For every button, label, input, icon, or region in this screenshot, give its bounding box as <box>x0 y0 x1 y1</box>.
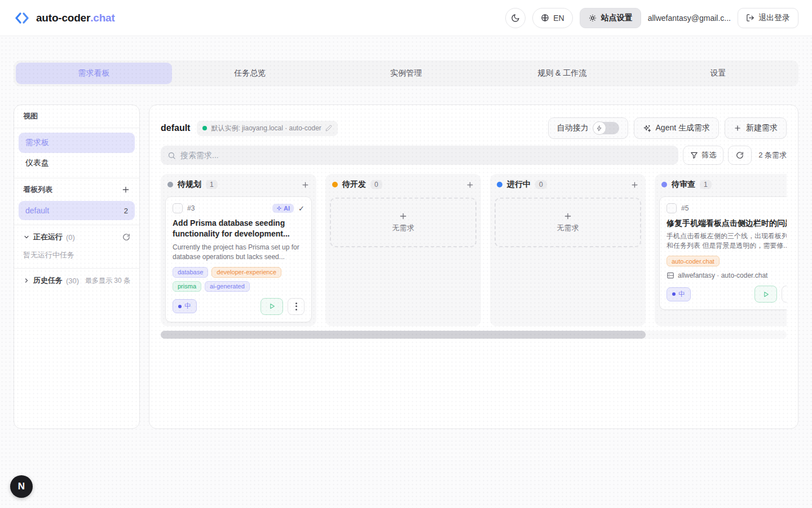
add-card-button[interactable] <box>630 181 639 189</box>
empty-column-label: 无需求 <box>557 223 579 233</box>
agent-generate-label: Agent 生成需求 <box>656 123 710 133</box>
instance-status-dot <box>202 126 207 130</box>
site-settings-button[interactable]: 站点设置 <box>580 8 641 28</box>
column-status-dot <box>167 182 173 187</box>
running-tasks-label: 正在运行 <box>33 232 63 242</box>
column-status-dot <box>497 182 502 187</box>
empty-column-placeholder[interactable]: 无需求 <box>330 198 476 247</box>
agent-generate-button[interactable]: Agent 生成需求 <box>634 117 719 139</box>
sidebar-boards-title: 看板列表 <box>23 185 52 195</box>
card-tag: ai-generated <box>205 281 250 292</box>
priority-dot <box>178 305 182 308</box>
instance-badge[interactable]: 默认实例: jiaoyang.local · auto-coder <box>197 121 337 136</box>
globe-icon <box>541 14 549 22</box>
card-tag: prisma <box>173 281 201 292</box>
funnel-icon <box>690 151 698 159</box>
plus-icon <box>734 124 742 132</box>
column-title: 待审查 <box>672 179 695 190</box>
kanban-column-review: 待审查 1 #5 修复手机端看板点击侧边栏时的问题 <box>655 174 787 326</box>
run-card-button[interactable] <box>261 298 283 315</box>
column-count: 1 <box>700 180 712 189</box>
requirement-count: 2 条需求 <box>758 150 787 160</box>
add-card-button[interactable] <box>301 181 310 189</box>
filter-button[interactable]: 筛选 <box>683 146 723 165</box>
tab-requirements-board[interactable]: 需求看板 <box>16 63 172 84</box>
refresh-running-button[interactable] <box>122 233 130 241</box>
top-bar: auto-coder.chat EN 站点设置 allwefantasy@gma… <box>0 0 812 36</box>
tab-rules-workflows[interactable]: 规则 & 工作流 <box>484 63 640 84</box>
sidebar-item-requirements-board[interactable]: 需求板 <box>19 133 135 153</box>
column-title: 进行中 <box>507 179 531 190</box>
auto-relay-switch[interactable] <box>593 122 619 134</box>
requirement-card[interactable]: #5 修复手机端看板点击侧边栏时的问题 手机点击看板左侧的三个线，出现看板列表和… <box>659 196 787 310</box>
new-requirement-button[interactable]: 新建需求 <box>725 117 787 139</box>
logout-button[interactable]: 退出登录 <box>738 8 798 28</box>
brand-suffix: .chat <box>90 12 114 24</box>
add-board-button[interactable] <box>121 185 130 194</box>
chevron-down-icon <box>23 234 30 240</box>
priority-label: 中 <box>184 301 191 311</box>
board-panel: default 默认实例: jiaoyang.local · auto-code… <box>149 104 798 429</box>
plus-icon <box>399 212 408 221</box>
card-checkbox[interactable] <box>173 203 183 213</box>
play-icon <box>268 303 276 310</box>
card-more-button[interactable] <box>782 286 787 303</box>
card-checkbox[interactable] <box>667 203 677 213</box>
priority-dot <box>672 292 676 296</box>
tab-instance-management[interactable]: 实例管理 <box>328 63 484 84</box>
dev-mode-badge[interactable]: N <box>10 475 33 498</box>
brand-title: auto-coder.chat <box>36 12 115 24</box>
auto-relay-label: 自动接力 <box>557 123 589 133</box>
card-title: 修复手机端看板点击侧边栏时的问题 <box>667 218 787 229</box>
card-description: 手机点击看板左侧的三个线，出现看板列表和任务列表 但是背景是透明的，需要修... <box>667 231 787 251</box>
tab-settings[interactable]: 设置 <box>640 63 796 84</box>
logout-label: 退出登录 <box>758 13 790 23</box>
auto-relay-toggle-button[interactable]: 自动接力 <box>548 117 628 139</box>
column-count: 0 <box>370 180 382 189</box>
main-tabbar: 需求看板 任务总览 实例管理 规则 & 工作流 设置 <box>14 60 798 86</box>
run-card-button[interactable] <box>754 286 777 303</box>
new-requirement-label: 新建需求 <box>746 123 778 133</box>
card-more-button[interactable] <box>288 298 304 315</box>
card-title: Add Prisma database seeding functionalit… <box>173 218 304 240</box>
search-input[interactable] <box>180 151 672 160</box>
running-tasks-count: (0) <box>66 233 75 242</box>
running-tasks-toggle[interactable]: 正在运行 (0) <box>23 232 75 242</box>
column-count: 0 <box>535 180 547 189</box>
add-card-button[interactable] <box>466 181 474 189</box>
instance-badge-label: 默认实例: jiaoyang.local · auto-coder <box>211 124 321 133</box>
horizontal-scrollbar[interactable] <box>161 331 787 339</box>
language-button[interactable]: EN <box>532 8 572 28</box>
sidebar-item-label: 需求板 <box>25 138 49 148</box>
board-title: default <box>161 123 190 133</box>
history-tasks-toggle[interactable]: 历史任务 (30) <box>23 275 79 286</box>
pencil-icon <box>325 125 332 132</box>
requirement-card[interactable]: #3 AI ✓ Add Prisma database seeding func… <box>165 196 312 322</box>
sidebar-board-default[interactable]: default 2 <box>19 201 135 220</box>
sun-icon <box>588 14 597 23</box>
lightning-icon <box>596 125 602 132</box>
plus-icon <box>563 212 572 221</box>
empty-column-placeholder[interactable]: 无需求 <box>495 198 641 247</box>
kanban-board: 待规划 1 #3 <box>161 174 787 326</box>
site-settings-label: 站点设置 <box>601 13 633 23</box>
scrollbar-thumb[interactable] <box>161 331 646 339</box>
card-tag: database <box>173 267 208 278</box>
logo-icon <box>14 10 30 27</box>
sidebar: 视图 需求板 仪表盘 看板列表 default 2 <box>14 104 140 429</box>
column-count: 1 <box>206 180 218 189</box>
card-tag: developer-experience <box>211 267 281 278</box>
sidebar-item-dashboard[interactable]: 仪表盘 <box>19 153 135 173</box>
user-email: allwefantasy@gmail.c... <box>648 14 731 23</box>
theme-toggle-button[interactable] <box>505 8 526 28</box>
history-tasks-hint: 最多显示 30 条 <box>85 276 130 286</box>
refresh-board-button[interactable] <box>728 146 752 165</box>
sidebar-views-title: 视图 <box>23 111 38 121</box>
brand-name: auto-coder <box>36 12 90 24</box>
refresh-icon <box>736 151 744 159</box>
check-icon: ✓ <box>298 204 304 213</box>
ai-badge: AI <box>272 204 294 213</box>
board-item-count: 2 <box>124 207 128 215</box>
column-status-dot <box>661 182 667 187</box>
tab-task-overview[interactable]: 任务总览 <box>172 63 328 84</box>
